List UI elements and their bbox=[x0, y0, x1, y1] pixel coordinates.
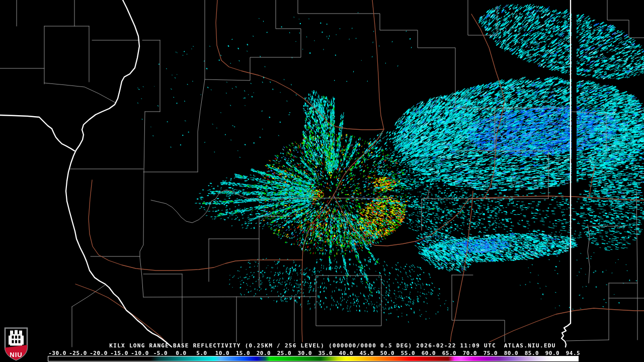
product-caption: KILX LONG RANGE BASE REFLECTIVITY (0.25K… bbox=[21, 342, 644, 349]
niu-logo-text: NIU bbox=[10, 351, 22, 358]
colorbar-gradient bbox=[48, 356, 579, 361]
radar-display: KILX LONG RANGE BASE REFLECTIVITY (0.25K… bbox=[0, 0, 644, 362]
radar-map-canvas bbox=[0, 0, 644, 362]
niu-logo: NIU bbox=[3, 327, 29, 361]
